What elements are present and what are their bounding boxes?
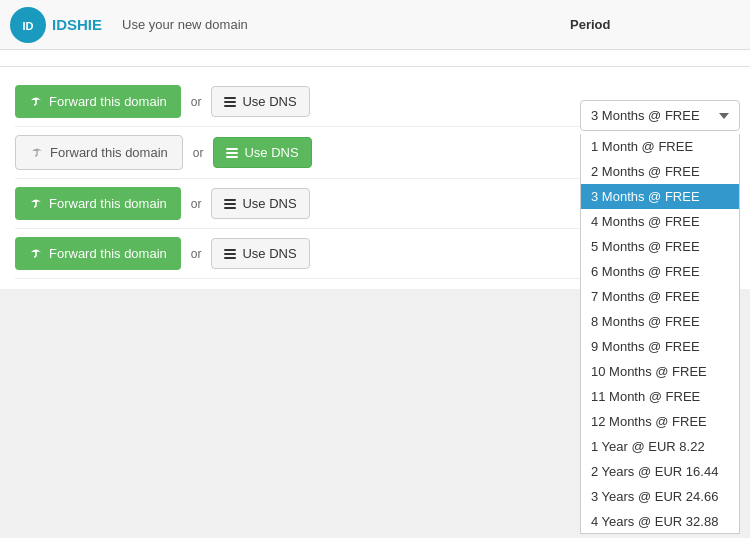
dns-icon <box>224 97 236 107</box>
dropdown-option[interactable]: 5 Months @ FREE <box>581 234 739 259</box>
forward-arrow-icon <box>29 195 43 212</box>
or-separator: or <box>191 197 202 211</box>
use-dns-button[interactable]: Use DNS <box>213 137 311 168</box>
logo-icon: ID <box>10 7 46 43</box>
dropdown-option[interactable]: 3 Months @ FREE <box>581 184 739 209</box>
dropdown-option[interactable]: 10 Months @ FREE <box>581 359 739 384</box>
period-dropdown-area[interactable]: 3 Months @ FREE 1 Month @ FREE2 Months @… <box>580 100 740 131</box>
header-use-domain-title: Use your new domain <box>122 17 248 32</box>
forward-this-domain-button[interactable]: Forward this domain <box>15 187 181 220</box>
dns-button-label: Use DNS <box>242 246 296 261</box>
dropdown-option[interactable]: 12 Months @ FREE <box>581 409 739 434</box>
forward-button-label: Forward this domain <box>49 94 167 109</box>
use-dns-button[interactable]: Use DNS <box>211 86 309 117</box>
dropdown-option[interactable]: 1 Month @ FREE <box>581 134 739 159</box>
dropdown-option[interactable]: 2 Years @ EUR 16.44 <box>581 459 739 484</box>
logo-area: ID IDSHIE <box>10 7 102 43</box>
or-separator: or <box>193 146 204 160</box>
use-dns-button[interactable]: Use DNS <box>211 188 309 219</box>
dropdown-option[interactable]: 11 Month @ FREE <box>581 384 739 409</box>
forward-button-label: Forward this domain <box>49 246 167 261</box>
dropdown-option[interactable]: 8 Months @ FREE <box>581 309 739 334</box>
dropdown-option[interactable]: 7 Months @ FREE <box>581 284 739 309</box>
period-label: Period <box>570 17 730 32</box>
dropdown-option[interactable]: 6 Months @ FREE <box>581 259 739 284</box>
forward-button-label: Forward this domain <box>49 196 167 211</box>
period-select-button[interactable]: 3 Months @ FREE <box>580 100 740 131</box>
dns-icon <box>224 199 236 209</box>
forward-this-domain-button[interactable]: Forward this domain <box>15 85 181 118</box>
or-separator: or <box>191 95 202 109</box>
dns-icon <box>224 249 236 259</box>
forward-arrow-icon <box>29 245 43 262</box>
forward-arrow-icon <box>29 93 43 110</box>
dropdown-arrow-icon <box>719 113 729 119</box>
dns-button-label: Use DNS <box>242 196 296 211</box>
period-dropdown-list[interactable]: 1 Month @ FREE2 Months @ FREE3 Months @ … <box>580 134 740 534</box>
forward-button-label: Forward this domain <box>50 145 168 160</box>
dns-icon <box>226 148 238 158</box>
forward-arrow-icon <box>30 144 44 161</box>
dropdown-option[interactable]: 4 Years @ EUR 32.88 <box>581 509 739 534</box>
top-bar: ID IDSHIE Use your new domain Period <box>0 0 750 50</box>
dns-button-label: Use DNS <box>242 94 296 109</box>
dropdown-option[interactable]: 2 Months @ FREE <box>581 159 739 184</box>
app-logo-text: IDSHIE <box>52 16 102 33</box>
dropdown-option[interactable]: 1 Year @ EUR 8.22 <box>581 434 739 459</box>
use-dns-button[interactable]: Use DNS <box>211 238 309 269</box>
domain-header-row: 3 Months @ FREE 1 Month @ FREE2 Months @… <box>0 50 750 67</box>
period-selected-value: 3 Months @ FREE <box>591 108 700 123</box>
dropdown-option[interactable]: 4 Months @ FREE <box>581 209 739 234</box>
forward-this-domain-button[interactable]: Forward this domain <box>15 237 181 270</box>
forward-this-domain-button[interactable]: Forward this domain <box>15 135 183 170</box>
dropdown-option[interactable]: 9 Months @ FREE <box>581 334 739 359</box>
svg-text:ID: ID <box>23 20 34 32</box>
dropdown-option[interactable]: 3 Years @ EUR 24.66 <box>581 484 739 509</box>
dns-button-label: Use DNS <box>244 145 298 160</box>
or-separator: or <box>191 247 202 261</box>
